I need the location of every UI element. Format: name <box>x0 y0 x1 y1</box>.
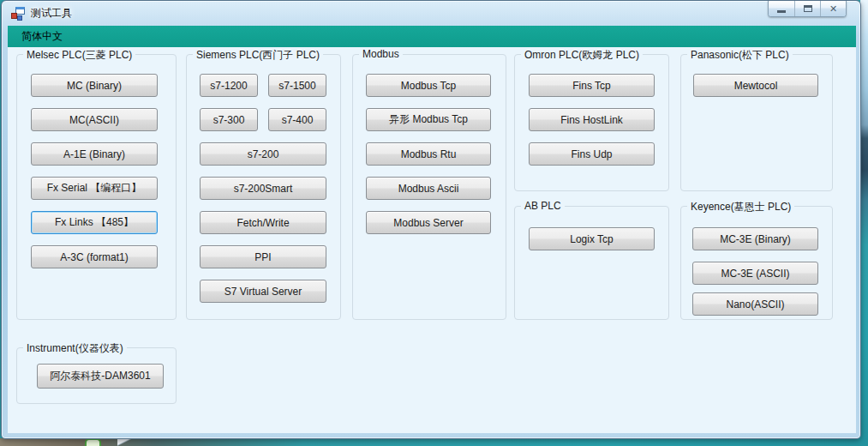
button-s7-200smart[interactable]: s7-200Smart <box>200 177 326 200</box>
button-nano-ascii[interactable]: Nano(ASCII) <box>692 292 818 316</box>
button-modbus-tcp[interactable]: Modbus Tcp <box>366 74 491 97</box>
button-mc-binary[interactable]: MC (Binary) <box>31 74 158 97</box>
group-instrument-title: Instrument(仪器仪表) <box>23 341 127 356</box>
maximize-button[interactable] <box>794 1 820 16</box>
group-siemens-title: Siemens PLC(西门子 PLC) <box>193 48 323 63</box>
button-mc3e-binary[interactable]: MC-3E (Binary) <box>692 227 818 250</box>
button-ppi[interactable]: PPI <box>200 245 326 268</box>
button-modbus-rtu[interactable]: Modbus Rtu <box>366 142 491 166</box>
group-modbus-title: Modbus <box>359 48 403 60</box>
minimize-icon <box>777 10 786 13</box>
menu-item-language[interactable]: 简体中文 <box>14 26 70 47</box>
group-melsec-title: Melsec PLC(三菱 PLC) <box>23 48 135 63</box>
button-mewtocol[interactable]: Mewtocol <box>693 74 818 97</box>
button-mc3e-ascii[interactable]: MC-3E (ASCII) <box>692 262 818 285</box>
app-icon <box>11 7 25 21</box>
maximize-icon <box>804 5 812 12</box>
app-window: 测试工具 ✕ 简体中文 Melsec PLC(三菱 PLC) Siemens P… <box>1 0 861 439</box>
desktop-shortcut-icon[interactable] <box>85 438 101 446</box>
desktop-arrow-icon[interactable] <box>117 438 131 445</box>
group-omron-title: Omron PLC(欧姆龙 PLC) <box>521 48 643 63</box>
button-fins-udp[interactable]: Fins Udp <box>529 142 655 166</box>
button-fetch-write[interactable]: Fetch/Write <box>200 211 326 234</box>
minimize-button[interactable] <box>769 1 794 16</box>
window-controls: ✕ <box>768 1 847 17</box>
title-bar: 测试工具 ✕ <box>2 1 860 26</box>
button-s7-1500[interactable]: s7-1500 <box>268 74 326 97</box>
button-fx-serial[interactable]: Fx Serial 【编程口】 <box>31 177 158 200</box>
button-s7-300[interactable]: s7-300 <box>200 108 258 131</box>
button-modbus-tcp-alien[interactable]: 异形 Modbus Tcp <box>366 108 491 131</box>
desktop-wallpaper-right <box>860 0 868 446</box>
group-panasonic-title: Panasonic(松下 PLC) <box>687 48 793 63</box>
button-mc-ascii[interactable]: MC(ASCII) <box>31 108 158 131</box>
button-s7-400[interactable]: s7-400 <box>268 108 326 131</box>
group-keyence-title: Keyence(基恩士 PLC) <box>687 200 794 214</box>
button-a3c-format1[interactable]: A-3C (format1) <box>31 245 158 268</box>
close-button[interactable]: ✕ <box>820 1 846 16</box>
button-s7-virtual-server[interactable]: S7 Virtual Server <box>200 280 326 303</box>
window-title: 测试工具 <box>31 1 72 26</box>
button-s7-200[interactable]: s7-200 <box>200 142 326 166</box>
group-ab-title: AB PLC <box>521 200 565 212</box>
menu-bar: 简体中文 <box>8 26 856 47</box>
button-fins-tcp[interactable]: Fins Tcp <box>529 74 655 97</box>
button-logix-tcp[interactable]: Logix Tcp <box>529 227 655 250</box>
group-ab: AB PLC <box>514 206 669 320</box>
button-a1e-binary[interactable]: A-1E (Binary) <box>31 142 158 166</box>
button-fx-links[interactable]: Fx Links 【485】 <box>31 211 158 234</box>
button-modbus-ascii[interactable]: Modbus Ascii <box>366 177 491 200</box>
button-dam3601[interactable]: 阿尔泰科技-DAM3601 <box>37 364 164 389</box>
button-fins-hostlink[interactable]: Fins HostLink <box>529 108 655 131</box>
button-modbus-server[interactable]: Modbus Server <box>366 211 491 234</box>
close-icon: ✕ <box>829 4 837 14</box>
button-s7-1200[interactable]: s7-1200 <box>200 74 258 97</box>
